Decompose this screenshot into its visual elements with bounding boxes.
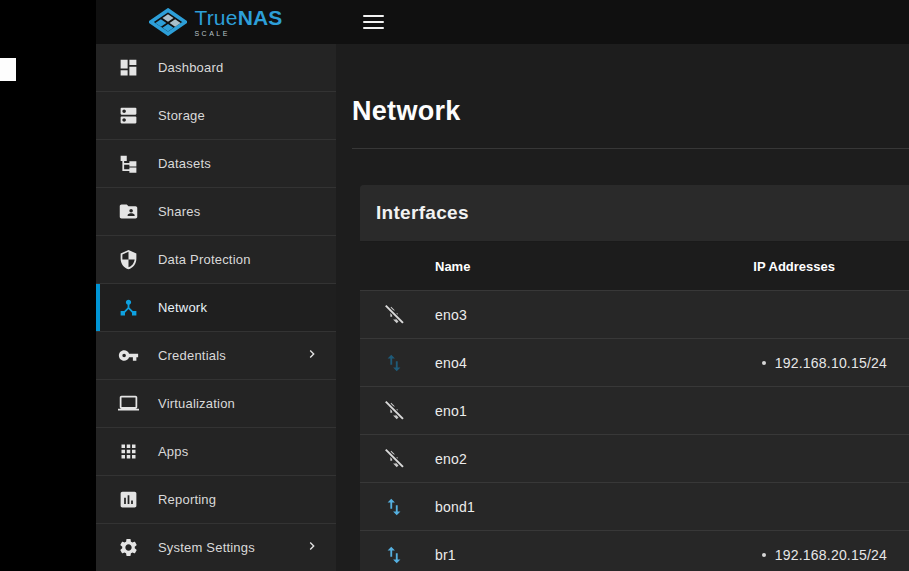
sidebar-item-label: Apps: [158, 444, 188, 459]
credentials-icon: [116, 344, 140, 368]
ip-bullet: [762, 361, 766, 365]
datasets-icon: [116, 152, 140, 176]
sidebar-item-label: Virtualization: [158, 396, 235, 411]
sidebar-item-storage[interactable]: Storage: [96, 92, 336, 140]
sidebar-item-system-settings[interactable]: System Settings: [96, 524, 336, 571]
dashboard-icon: [116, 56, 140, 80]
interface-up-icon: [382, 495, 406, 519]
sidebar-item-virtualization[interactable]: Virtualization: [96, 380, 336, 428]
sidebar-item-label: Reporting: [158, 492, 216, 507]
sidebar-nav: Dashboard Storage Datasets Shares Data P…: [96, 44, 336, 571]
interface-name: eno1: [435, 403, 467, 419]
interfaces-table-header: Name IP Addresses: [360, 242, 909, 290]
interface-row-eno2[interactable]: eno2: [360, 434, 909, 482]
brand-subtitle: SCALE: [194, 30, 282, 37]
interface-name: eno2: [435, 451, 467, 467]
sidebar-item-datasets[interactable]: Datasets: [96, 140, 336, 188]
ip-bullet: [762, 553, 766, 557]
storage-icon: [116, 104, 140, 128]
brand-name: TrueNAS: [194, 7, 282, 28]
sidebar-item-network[interactable]: Network: [96, 284, 336, 332]
interface-name: br1: [435, 547, 456, 563]
interface-row-eno3[interactable]: eno3: [360, 290, 909, 338]
truenas-window: TrueNAS SCALE Dashboard Storage Datasets: [0, 0, 909, 571]
interfaces-card-header: Interfaces: [360, 185, 909, 242]
stray-white-box: [0, 58, 16, 81]
interfaces-card: Interfaces Name IP Addresses eno3 eno4 1…: [360, 185, 909, 571]
main-content: Network Interfaces Name IP Addresses eno…: [336, 44, 909, 571]
app-frame: TrueNAS SCALE Dashboard Storage Datasets: [96, 0, 909, 571]
interface-name: eno4: [435, 355, 467, 371]
chevron-right-icon: [304, 538, 320, 558]
column-header-ip-addresses[interactable]: IP Addresses: [753, 259, 835, 274]
interface-down-icon: [382, 447, 406, 471]
sidebar-item-label: Credentials: [158, 348, 226, 363]
truenas-logo[interactable]: TrueNAS SCALE: [96, 7, 336, 37]
desktop-background: [0, 0, 96, 571]
interface-row-bond1[interactable]: bond1: [360, 482, 909, 530]
page-title: Network: [352, 96, 909, 127]
title-divider: [352, 148, 909, 149]
sidebar-item-label: Storage: [158, 108, 205, 123]
interface-row-br1[interactable]: br1 192.168.20.15/24: [360, 530, 909, 571]
sidebar-item-label: Datasets: [158, 156, 211, 171]
sidebar-item-dashboard[interactable]: Dashboard: [96, 44, 336, 92]
interface-up-icon: [382, 543, 406, 567]
sidebar-item-reporting[interactable]: Reporting: [96, 476, 336, 524]
interface-ip-address: 192.168.20.15/24: [775, 547, 887, 563]
hamburger-menu-icon[interactable]: [363, 15, 384, 30]
interface-ip-cell: 192.168.20.15/24: [762, 547, 887, 563]
system-settings-icon: [116, 536, 140, 560]
interfaces-table-body: eno3 eno4 192.168.10.15/24 eno1 eno2 bon…: [360, 290, 909, 571]
sidebar-item-shares[interactable]: Shares: [96, 188, 336, 236]
sidebar-item-label: Network: [158, 300, 207, 315]
sidebar-item-credentials[interactable]: Credentials: [96, 332, 336, 380]
interface-down-icon: [382, 303, 406, 327]
interface-row-eno1[interactable]: eno1: [360, 386, 909, 434]
network-icon: [116, 296, 140, 320]
interfaces-card-title: Interfaces: [376, 202, 469, 224]
virtualization-icon: [116, 392, 140, 416]
interface-name: eno3: [435, 307, 467, 323]
data-protection-icon: [116, 248, 140, 272]
sidebar-item-label: Data Protection: [158, 252, 251, 267]
sidebar-item-apps[interactable]: Apps: [96, 428, 336, 476]
interface-ip-cell: 192.168.10.15/24: [762, 355, 887, 371]
sidebar-item-label: System Settings: [158, 540, 255, 555]
column-header-name[interactable]: Name: [435, 259, 470, 274]
interface-name: bond1: [435, 499, 475, 515]
reporting-icon: [116, 488, 140, 512]
interface-ip-address: 192.168.10.15/24: [775, 355, 887, 371]
sidebar-item-label: Shares: [158, 204, 200, 219]
chevron-right-icon: [304, 346, 320, 366]
interface-row-eno4[interactable]: eno4 192.168.10.15/24: [360, 338, 909, 386]
top-header-bar: TrueNAS SCALE: [96, 0, 909, 44]
sidebar-item-label: Dashboard: [158, 60, 223, 75]
interface-down-icon: [382, 399, 406, 423]
truenas-logo-icon: [149, 8, 187, 36]
shares-icon: [116, 200, 140, 224]
interface-up-icon: [382, 351, 406, 375]
apps-icon: [116, 440, 140, 464]
sidebar-item-data-protection[interactable]: Data Protection: [96, 236, 336, 284]
